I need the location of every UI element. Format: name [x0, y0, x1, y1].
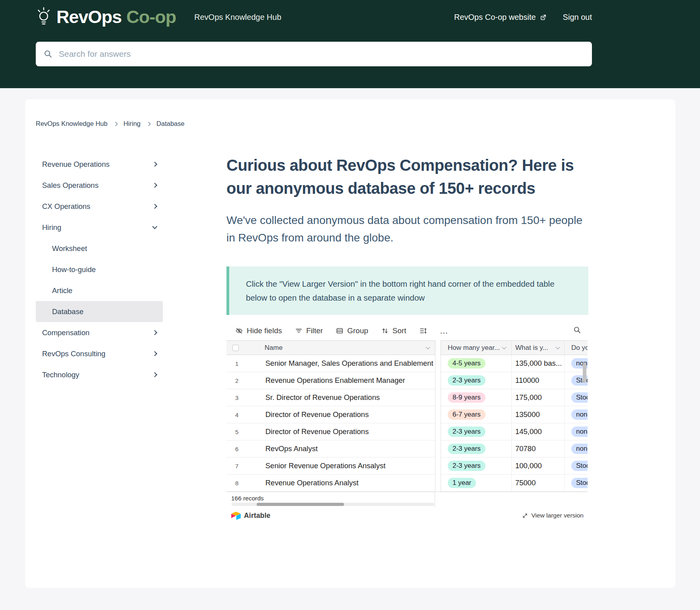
- view-larger-button[interactable]: View larger version: [522, 512, 584, 519]
- cell-equity[interactable]: Stock: [565, 458, 588, 475]
- row-number: 7: [226, 458, 265, 475]
- cell-equity[interactable]: Stock: [565, 389, 588, 406]
- column-header-equity[interactable]: Do yo: [565, 340, 588, 355]
- search-input[interactable]: [58, 49, 584, 59]
- eye-off-icon: [235, 327, 243, 335]
- cell-equity[interactable]: none: [565, 406, 588, 423]
- search-icon: [44, 50, 52, 58]
- cell-name[interactable]: Senior Revenue Operations Ansalyst: [265, 458, 435, 475]
- airtable-embed: Hide fields Filter: [226, 321, 588, 523]
- table-search-button[interactable]: [573, 326, 581, 336]
- table-row[interactable]: 1 Senior Manager, Sales Operations and E…: [226, 355, 588, 372]
- cell-equity[interactable]: none: [565, 423, 588, 440]
- airtable-logo-link[interactable]: Airtable: [231, 512, 271, 520]
- cell-years[interactable]: 4-5 years: [441, 355, 512, 372]
- years-pill: 2-3 years: [448, 375, 485, 386]
- chevron-right-icon: [113, 122, 118, 126]
- equity-pill: Stock: [571, 392, 588, 403]
- sidebar-item-compensation[interactable]: Compensation: [36, 322, 163, 343]
- table-row[interactable]: 3 Sr. Director of Revenue Operations 8-9…: [226, 389, 588, 406]
- table-row[interactable]: 2 Revenue Operations Enablement Manager …: [226, 372, 588, 389]
- filter-button[interactable]: Filter: [295, 326, 323, 335]
- breadcrumb-home[interactable]: RevOps Knowledge Hub: [36, 120, 108, 127]
- cell-name[interactable]: Senior Manager, Sales Operations and Ena…: [265, 355, 435, 372]
- cell-salary[interactable]: 135,000 bas...: [512, 355, 565, 372]
- more-options-button[interactable]: …: [440, 326, 449, 336]
- cell-salary[interactable]: 135000: [512, 406, 565, 423]
- row-number: 2: [226, 372, 265, 389]
- row-number: 5: [226, 423, 265, 440]
- airtable-logo-icon: [231, 512, 241, 520]
- sidebar-item-cx-operations[interactable]: CX Operations: [36, 196, 163, 217]
- cell-years[interactable]: 2-3 years: [441, 423, 512, 440]
- horizontal-scrollbar[interactable]: [232, 503, 434, 506]
- cell-years[interactable]: 2-3 years: [441, 440, 512, 458]
- cell-salary[interactable]: 100,000: [512, 458, 565, 475]
- table-row[interactable]: 5 Director of Revenue Operations 2-3 yea…: [226, 423, 588, 440]
- cell-years[interactable]: 8-9 years: [441, 389, 512, 406]
- years-pill: 1 year: [448, 478, 476, 488]
- chevron-down-icon: [425, 345, 430, 349]
- cell-salary[interactable]: 75000: [512, 475, 565, 492]
- row-number: 6: [226, 440, 265, 458]
- sidebar-item-revops-consulting[interactable]: RevOps Consulting: [36, 343, 163, 364]
- content-card: RevOps Knowledge Hub Hiring Database Rev…: [25, 99, 675, 588]
- breadcrumb-hiring[interactable]: Hiring: [124, 120, 141, 127]
- years-pill: 2-3 years: [448, 461, 485, 471]
- sidebar-item-article[interactable]: Article: [36, 280, 163, 301]
- table-row[interactable]: 8 Revenue Operations Analyst 1 year 7500…: [226, 475, 588, 492]
- years-pill: 4-5 years: [448, 358, 485, 369]
- cell-equity[interactable]: Stock: [565, 475, 588, 492]
- sidebar-item-technology[interactable]: Technology: [36, 364, 163, 385]
- sidebar-item-revenue-operations[interactable]: Revenue Operations: [36, 154, 163, 175]
- equity-pill: none: [571, 444, 588, 454]
- table-row[interactable]: 7 Senior Revenue Operations Ansalyst 2-3…: [226, 458, 588, 475]
- cell-name[interactable]: Revenue Operations Enablement Manager: [265, 372, 435, 389]
- sidebar-item-worksheet[interactable]: Worksheet: [36, 238, 163, 259]
- chevron-down-icon: [152, 224, 157, 229]
- chevron-right-icon: [152, 372, 157, 377]
- equity-pill: Stock: [571, 461, 588, 471]
- sidebar-item-hiring[interactable]: Hiring: [36, 217, 163, 238]
- column-header-years[interactable]: How many year...: [441, 340, 512, 355]
- select-all-checkbox[interactable]: [232, 345, 239, 351]
- cell-salary[interactable]: 145,000: [512, 423, 565, 440]
- website-link[interactable]: RevOps Co-op website: [454, 13, 547, 22]
- hide-fields-button[interactable]: Hide fields: [235, 326, 282, 335]
- column-header-salary[interactable]: What is y...: [512, 340, 565, 355]
- column-header-name[interactable]: Name: [265, 340, 435, 355]
- airtable-attribution: Airtable View larger version: [226, 508, 588, 523]
- table-row[interactable]: 4 Director of Revenue Operations 6-7 yea…: [226, 406, 588, 423]
- search-bar[interactable]: [36, 42, 592, 66]
- sort-button[interactable]: Sort: [381, 326, 406, 335]
- sidebar-item-database[interactable]: Database: [36, 301, 163, 322]
- group-icon: [336, 327, 344, 335]
- chevron-down-icon: [502, 345, 506, 349]
- cell-name[interactable]: Director of Revenue Operations: [265, 406, 435, 423]
- cell-equity[interactable]: none: [565, 440, 588, 458]
- chevron-right-icon: [152, 330, 157, 335]
- cell-years[interactable]: 2-3 years: [441, 372, 512, 389]
- sidebar-item-how-to-guide[interactable]: How-to-guide: [36, 259, 163, 280]
- cell-years[interactable]: 1 year: [441, 475, 512, 492]
- cell-name[interactable]: RevOps Analyst: [265, 440, 435, 458]
- cell-name[interactable]: Director of Revenue Operations: [265, 423, 435, 440]
- logo[interactable]: RevOpsCo-op: [36, 7, 176, 27]
- group-button[interactable]: Group: [336, 326, 368, 335]
- cell-salary[interactable]: 70780: [512, 440, 565, 458]
- cell-name[interactable]: Sr. Director of Revenue Operations: [265, 389, 435, 406]
- cell-name[interactable]: Revenue Operations Analyst: [265, 475, 435, 492]
- cell-salary[interactable]: 110000: [512, 372, 565, 389]
- horizontal-scrollbar-thumb[interactable]: [257, 503, 344, 506]
- table-row[interactable]: 6 RevOps Analyst 2-3 years 70780 none: [226, 440, 588, 458]
- page-title: Curious about RevOps Compensation? Here …: [226, 154, 588, 200]
- cell-salary[interactable]: 175,000: [512, 389, 565, 406]
- breadcrumb-database[interactable]: Database: [157, 120, 185, 127]
- sign-out-link[interactable]: Sign out: [563, 13, 592, 22]
- vertical-scrollbar-thumb[interactable]: [583, 363, 586, 382]
- row-height-button[interactable]: [419, 327, 427, 335]
- sidebar-item-sales-operations[interactable]: Sales Operations: [36, 175, 163, 196]
- chevron-right-icon: [152, 183, 157, 188]
- cell-years[interactable]: 6-7 years: [441, 406, 512, 423]
- cell-years[interactable]: 2-3 years: [441, 458, 512, 475]
